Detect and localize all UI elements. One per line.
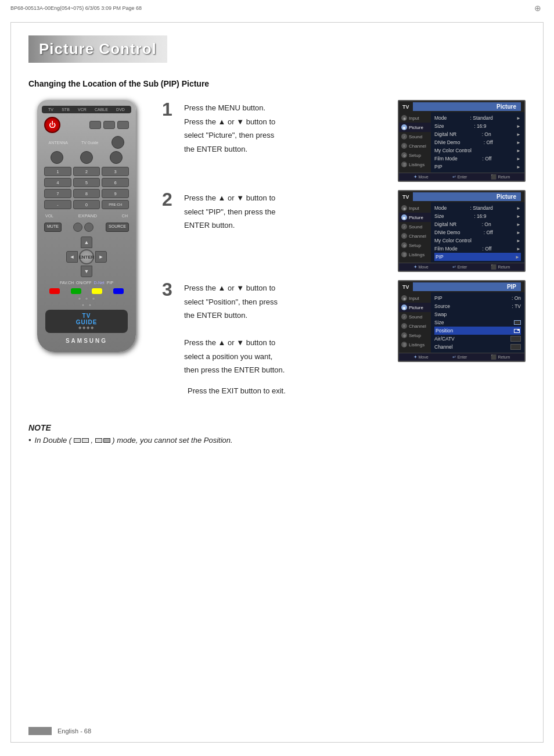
- crosshair-icon: [534, 3, 544, 13]
- remote-source-vcr: VCR: [78, 108, 87, 112]
- menu-2-footer: ✦ Move ↵ Enter ⬛ Return: [399, 263, 524, 271]
- dnr-value: : On: [482, 131, 491, 137]
- vol-ch-row: VOL EXPAND CH: [42, 212, 131, 220]
- tv-guide-text: TV: [82, 313, 91, 319]
- m3-pip-label: PIP: [434, 295, 443, 301]
- power-button[interactable]: [44, 117, 60, 133]
- green-button[interactable]: [71, 288, 81, 294]
- source-button[interactable]: SOURCE: [106, 223, 129, 232]
- num-btn-0[interactable]: 0: [73, 200, 100, 209]
- footer-bar: [28, 727, 52, 735]
- remote-control: TV STB VCR CABLE DVD ANT: [37, 100, 136, 352]
- note-double-boxes-2: [95, 438, 110, 443]
- sound-icon: ♪: [401, 134, 407, 139]
- size-label: Size: [434, 123, 444, 129]
- nav-picture-label-3: Picture: [409, 305, 423, 310]
- step-2-text: Press the ▲ or ▼ button to select "PIP",…: [184, 190, 390, 234]
- sound-icon-3: ♪: [401, 314, 407, 320]
- menu-screen-2-header: TV Picture: [399, 191, 524, 202]
- menu-screen-3: TV PIP ◉ Input ▣ Pictu: [398, 280, 526, 362]
- step-1-line-4: the ENTER button.: [184, 144, 390, 155]
- guide-sub: ◆◆◆◆: [78, 325, 95, 330]
- menu-1-sidebar: ◉ Input ▣ Picture ♪ Sound: [399, 112, 524, 173]
- num-btn-1[interactable]: 1: [44, 167, 71, 176]
- num-btn-8[interactable]: 8: [73, 189, 100, 198]
- note-double-boxes-1: [74, 438, 89, 443]
- remote-round-1[interactable]: [51, 151, 63, 164]
- dpad-up-button[interactable]: ▲: [81, 237, 92, 248]
- dpad-down-button[interactable]: ▼: [81, 266, 92, 277]
- menu-1-row-size: Size : 16:9 ►: [434, 122, 521, 130]
- remote-round-3[interactable]: [110, 151, 123, 164]
- num-btn-6[interactable]: 6: [102, 178, 129, 187]
- samsung-label: SAMSUNG: [42, 338, 131, 344]
- num-btn-9[interactable]: 9: [102, 189, 129, 198]
- footer-3-move: ✦ Move: [413, 354, 429, 360]
- picture-icon-2: ▣: [401, 214, 407, 220]
- nav-channel-label: Channel: [409, 144, 426, 149]
- size-value: : 16:9: [474, 123, 486, 129]
- num-btn-7[interactable]: 7: [44, 189, 71, 198]
- film-value: : Off: [482, 156, 491, 162]
- menu-3-row-pip: PIP : On: [434, 294, 521, 302]
- remote-round-2[interactable]: [80, 151, 93, 164]
- step-3-text: Press the ▲ or ▼ button to select "Posit…: [184, 280, 390, 378]
- footer-2-enter-label: Enter: [458, 265, 467, 269]
- dpad-right-button[interactable]: ►: [95, 251, 107, 263]
- remote-btn-3[interactable]: [117, 121, 129, 129]
- remote-btn-2[interactable]: [103, 121, 115, 129]
- mute-button[interactable]: MUTE: [44, 223, 62, 232]
- m2-mode-value: : Standard: [470, 205, 493, 211]
- num-btn-4[interactable]: 4: [44, 178, 71, 187]
- pos-box-1: [514, 329, 520, 333]
- return-icon: ⬛: [491, 174, 497, 180]
- step-1-line-1: Press the MENU button.: [184, 102, 390, 114]
- note-content: In Double ( , ) mode, you cannot set the…: [35, 436, 233, 445]
- m2-size-label: Size: [434, 213, 444, 219]
- enter-button[interactable]: ENTER: [79, 249, 94, 264]
- menu-2-sidebar: ◉ Input ▣ Picture ♪ Sound: [399, 202, 524, 263]
- d-pad: ▲ ▼ ◄ ► ENTER: [66, 237, 107, 277]
- num-btn-prech[interactable]: PRE-CH: [102, 200, 129, 209]
- nav-channel-label-3: Channel: [409, 324, 426, 329]
- num-btn-5[interactable]: 5: [73, 178, 100, 187]
- dnie-value: : Off: [484, 139, 493, 145]
- num-btn-3[interactable]: 3: [102, 167, 129, 176]
- mute-row: MUTE SOURCE: [42, 221, 131, 233]
- vod-button[interactable]: [111, 136, 124, 149]
- step-3-line-4: Press the ▲ or ▼ button to: [184, 337, 390, 349]
- remote-source-cable: CABLE: [95, 108, 108, 112]
- menu-2-row-dnr: Digital NR : On ►: [434, 220, 521, 228]
- nav-sound-label-3: Sound: [409, 314, 422, 320]
- ch-label: CH: [122, 214, 128, 218]
- vol-down-button[interactable]: [73, 223, 82, 232]
- tv-guide-label: TV Guide: [81, 141, 99, 145]
- menu-3-row-aircatv: Air/CATV: [434, 335, 521, 343]
- blue-button[interactable]: [113, 288, 124, 294]
- return-icon-2: ⬛: [491, 264, 497, 270]
- colored-btn-row: [44, 288, 129, 294]
- dot-5: [88, 303, 92, 307]
- m3-source-label: Source: [434, 303, 450, 309]
- yellow-button[interactable]: [92, 288, 102, 294]
- menu-2-nav-picture: ▣ Picture: [399, 213, 431, 222]
- menu-2-row-size: Size : 16:9 ►: [434, 212, 521, 220]
- fav-ch-label: FAV.CH: [60, 281, 74, 285]
- remote-btn-1[interactable]: [89, 121, 101, 129]
- remote-numpad: 1 2 3 4 5 6 7 8 9 - 0 PRE-CH: [44, 167, 129, 209]
- menu-1-tv-label: TV: [402, 104, 409, 110]
- step-3-left: 3 Press the ▲ or ▼ button to select "Pos…: [162, 280, 390, 378]
- footer-3-move-label: Move: [419, 355, 429, 359]
- red-button[interactable]: [49, 288, 60, 294]
- listings-icon: ☰: [401, 162, 407, 167]
- step-3-number: 3: [162, 280, 178, 299]
- dpad-left-button[interactable]: ◄: [66, 251, 78, 263]
- m3-channel-label: Channel: [434, 344, 453, 350]
- m3-position-label: Position: [436, 328, 453, 334]
- dot-2: [85, 297, 88, 300]
- vol-up-button[interactable]: [84, 223, 93, 232]
- menu-1-nav-setup: ⚙ Setup: [399, 151, 431, 160]
- num-btn-dash[interactable]: -: [44, 200, 71, 209]
- num-btn-2[interactable]: 2: [73, 167, 100, 176]
- nav-channel-label-2: Channel: [409, 234, 426, 239]
